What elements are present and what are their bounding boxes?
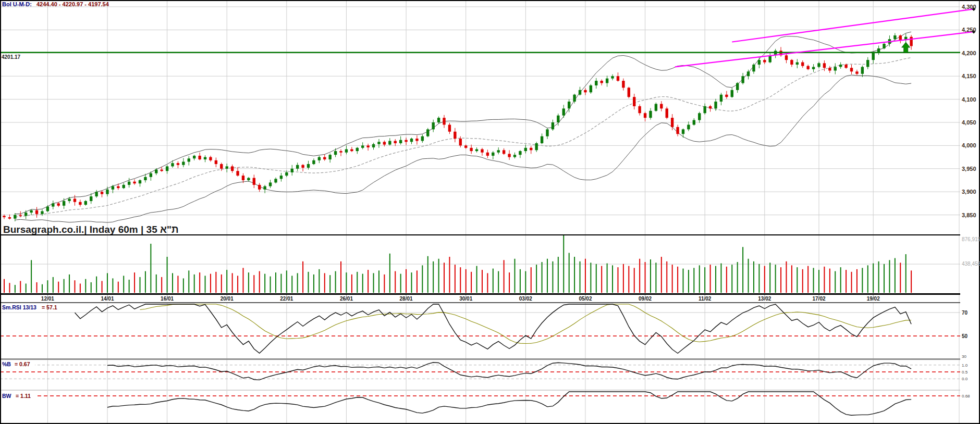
- chart-canvas[interactable]: Bursagraph.co.il.| Inday 60m | 35 ת"א 4,…: [0, 0, 980, 424]
- candle-body: [481, 149, 483, 153]
- volume-bar: [455, 265, 456, 293]
- volume-bar: [406, 269, 407, 293]
- candle-body: [720, 95, 722, 102]
- volume-bar: [476, 266, 477, 293]
- candle-body: [209, 157, 212, 160]
- candle-body: [350, 149, 353, 152]
- volume-bar: [280, 274, 281, 293]
- candle-body: [475, 149, 478, 152]
- volume-bar: [493, 269, 494, 293]
- candle-body: [242, 176, 244, 180]
- volume-bar: [20, 281, 21, 293]
- candle-body: [709, 106, 712, 108]
- candle-body: [312, 160, 315, 164]
- volume-bar: [720, 264, 721, 293]
- volume-bar: [900, 263, 901, 293]
- volume-bar: [297, 273, 298, 293]
- volume-bar: [444, 263, 445, 293]
- volume-bar: [253, 275, 254, 293]
- volume-bar: [58, 282, 59, 293]
- candle-body: [204, 157, 206, 159]
- volume-bar: [291, 276, 292, 293]
- candle-body: [253, 178, 255, 185]
- candle-body: [519, 151, 521, 155]
- candle-body: [552, 122, 554, 129]
- volume-bar: [433, 261, 434, 293]
- volume-bar: [270, 277, 271, 293]
- volume-bar: [617, 267, 618, 293]
- candle-body: [394, 141, 397, 143]
- volume-bar: [237, 276, 238, 293]
- candle-body: [812, 67, 815, 69]
- volume-bar: [580, 261, 581, 293]
- candle-body: [19, 215, 22, 216]
- price-axis-label: 3,950: [962, 166, 976, 172]
- volume-bar: [134, 272, 135, 293]
- candle-body: [725, 95, 728, 97]
- outer-frame: [1, 1, 979, 423]
- candle-body: [296, 165, 299, 169]
- candle-body: [850, 68, 853, 71]
- volume-bar: [569, 253, 570, 293]
- candle-body: [617, 76, 619, 81]
- candle-body: [3, 216, 5, 217]
- volume-bar: [818, 270, 819, 293]
- price-axis-label: 4,050: [962, 119, 976, 126]
- candle-body: [215, 160, 217, 164]
- volume-bar: [536, 265, 537, 293]
- candle-body: [52, 203, 54, 206]
- candle-body: [57, 203, 60, 205]
- volume-bar: [438, 259, 439, 293]
- volume-bar: [69, 275, 70, 293]
- volume-bar: [275, 272, 276, 293]
- volume-bar: [672, 265, 673, 293]
- volume-bar: [628, 266, 629, 293]
- rsi-line: [75, 304, 912, 353]
- candle-body: [698, 113, 701, 120]
- volume-bar: [15, 285, 16, 293]
- volume-bar: [215, 272, 216, 293]
- price-axis-label: 4,100: [962, 96, 976, 103]
- candle-body: [139, 180, 141, 183]
- volume-bar: [64, 279, 65, 293]
- candle-body: [345, 149, 348, 153]
- volume-bar: [482, 270, 483, 293]
- candle-body: [524, 148, 527, 151]
- candle-body: [361, 145, 364, 147]
- candle-body: [405, 140, 407, 142]
- candle-body: [84, 201, 87, 205]
- volume-bar: [91, 282, 92, 293]
- candle-body: [454, 132, 456, 139]
- volume-bar: [775, 265, 776, 293]
- candle-body: [30, 210, 32, 213]
- candle-body: [752, 65, 755, 71]
- candle-body: [123, 185, 125, 188]
- volume-bar: [411, 272, 412, 293]
- volume-bar: [400, 274, 401, 293]
- candle-body: [166, 166, 168, 171]
- candle-body: [388, 141, 391, 145]
- volume-bar: [905, 254, 906, 293]
- volume-bar: [884, 264, 885, 293]
- volume-bar: [547, 259, 548, 293]
- candle-body: [95, 192, 97, 196]
- candle-body: [14, 215, 16, 219]
- volume-bar: [384, 275, 385, 293]
- volume-bar: [797, 267, 798, 293]
- candle-body: [731, 90, 733, 97]
- candle-body: [334, 151, 337, 155]
- volume-bar: [368, 270, 369, 293]
- volume-bar: [650, 259, 651, 293]
- bw-line: [107, 392, 911, 415]
- volume-bar: [520, 269, 521, 293]
- volume-bar: [786, 261, 787, 293]
- candle-body: [866, 60, 869, 67]
- candle-body: [356, 148, 359, 151]
- candle-body: [763, 60, 766, 62]
- candle-body: [541, 136, 543, 143]
- magenta-trendline[interactable]: [732, 9, 974, 42]
- candle-body: [291, 169, 293, 172]
- candle-body: [432, 122, 434, 129]
- volume-bar: [873, 264, 874, 293]
- candle-body: [590, 85, 592, 92]
